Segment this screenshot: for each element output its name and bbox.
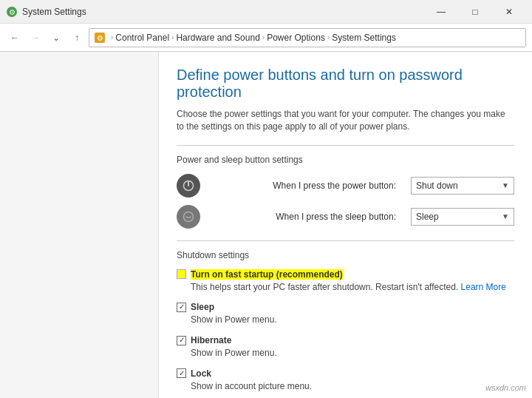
window-title: System Settings — [22, 7, 86, 17]
minimize-button[interactable]: — — [424, 0, 458, 24]
shutdown-section-label: Shutdown settings — [177, 250, 514, 260]
button-settings: When I press the power button: Shut down… — [177, 174, 514, 229]
sleep-item: Sleep Show in Power menu. — [177, 302, 514, 326]
forward-button[interactable]: → — [27, 29, 44, 47]
sleep-button-icon — [177, 205, 200, 229]
svg-text:⚙: ⚙ — [97, 34, 103, 42]
breadcrumb-icon: ⚙ — [94, 32, 106, 44]
sidebar — [0, 52, 159, 398]
maximize-button[interactable]: □ — [458, 0, 492, 24]
sleep-dropdown-arrow: ▼ — [502, 212, 509, 220]
address-bar: ← → ⌄ ↑ ⚙ › Control Panel › Hardware and… — [0, 24, 532, 52]
sep4: › — [327, 33, 330, 41]
divider-2 — [177, 240, 514, 241]
sep1: › — [111, 33, 113, 41]
hibernate-item: Hibernate Show in Power menu. — [177, 335, 514, 360]
sleep-button-row: When I press the sleep button: Sleep ▼ — [177, 205, 514, 229]
app-icon: ⚙ — [6, 6, 18, 18]
page-description: Choose the power settings that you want … — [177, 108, 514, 133]
window-controls: — □ ✕ — [424, 0, 526, 24]
learn-more-link[interactable]: Learn More — [461, 282, 506, 292]
breadcrumb-current: System Settings — [332, 33, 396, 43]
power-button-row: When I press the power button: Shut down… — [177, 174, 514, 198]
svg-point-6 — [184, 212, 194, 221]
power-dropdown-arrow: ▼ — [502, 181, 509, 189]
hibernate-checkbox[interactable] — [177, 336, 186, 345]
sep2: › — [171, 33, 174, 41]
breadcrumb-control-panel[interactable]: Control Panel — [115, 33, 169, 43]
power-button-icon — [177, 174, 200, 198]
hibernate-item-desc: Show in Power menu. — [191, 347, 514, 360]
page-title: Define power buttons and turn on passwor… — [177, 67, 514, 101]
hibernate-checkbox-label: Hibernate — [191, 335, 231, 345]
svg-text:⚙: ⚙ — [9, 8, 16, 16]
sleep-button-value: Sleep — [416, 212, 439, 222]
sleep-button-dropdown[interactable]: Sleep ▼ — [411, 208, 514, 226]
content-area: Define power buttons and turn on passwor… — [159, 52, 532, 398]
divider-1 — [177, 145, 514, 146]
close-button[interactable]: ✕ — [492, 0, 526, 24]
sep3: › — [262, 33, 265, 41]
lock-checkbox-row: Lock — [177, 368, 514, 379]
lock-checkbox[interactable] — [177, 368, 186, 378]
title-bar: ⚙ System Settings — □ ✕ — [0, 0, 532, 24]
fast-startup-checkbox[interactable] — [177, 269, 186, 279]
watermark: wsxdn.com — [485, 383, 526, 392]
back-button[interactable]: ← — [6, 29, 24, 47]
breadcrumb-hardware-sound[interactable]: Hardware and Sound — [176, 33, 259, 43]
shutdown-section: Turn on fast startup (recommended) This … — [177, 269, 514, 393]
sleep-checkbox-label: Sleep — [191, 302, 214, 312]
hibernate-checkbox-row: Hibernate — [177, 335, 514, 345]
power-sleep-section-label: Power and sleep button settings — [177, 155, 514, 165]
sleep-button-label: When I press the sleep button: — [209, 212, 402, 222]
recent-button[interactable]: ⌄ — [47, 29, 65, 47]
up-button[interactable]: ↑ — [68, 29, 86, 47]
power-button-value: Shut down — [416, 181, 458, 191]
sleep-item-desc: Show in Power menu. — [191, 314, 514, 326]
power-button-label: When I press the power button: — [209, 181, 402, 191]
fast-startup-item: Turn on fast startup (recommended) This … — [177, 269, 514, 294]
sleep-checkbox-row: Sleep — [177, 302, 514, 312]
fast-startup-label: Turn on fast startup (recommended) — [191, 269, 343, 280]
fast-startup-desc: This helps start your PC faster after sh… — [191, 281, 514, 294]
breadcrumb-power-options[interactable]: Power Options — [267, 33, 325, 43]
main-layout: Define power buttons and turn on passwor… — [0, 52, 532, 398]
lock-item-desc: Show in account picture menu. — [191, 380, 514, 393]
fast-startup-row: Turn on fast startup (recommended) — [177, 269, 514, 280]
lock-item: Lock Show in account picture menu. — [177, 368, 514, 393]
power-button-dropdown[interactable]: Shut down ▼ — [411, 177, 514, 195]
breadcrumb: ⚙ › Control Panel › Hardware and Sound ›… — [89, 28, 526, 47]
sleep-checkbox[interactable] — [177, 303, 186, 312]
lock-checkbox-label: Lock — [191, 368, 211, 379]
fast-startup-desc-text: This helps start your PC faster after sh… — [191, 282, 458, 292]
